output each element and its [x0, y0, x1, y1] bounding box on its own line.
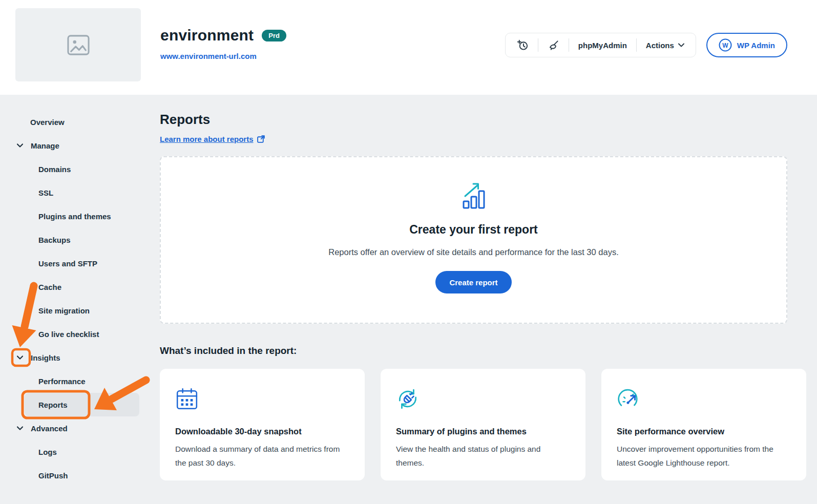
- learn-more-label: Learn more about reports: [160, 135, 254, 143]
- wp-admin-button[interactable]: W WP Admin: [706, 33, 787, 57]
- environment-thumbnail: [15, 8, 141, 81]
- sidebar-item-cache[interactable]: Cache: [25, 275, 139, 299]
- sidebar-item-label: Users and SFTP: [38, 259, 97, 268]
- image-placeholder-icon: [67, 34, 90, 56]
- sidebar-item-label: Plugins and themes: [38, 212, 111, 221]
- chevron-down-icon[interactable]: [17, 426, 23, 430]
- sidebar-group-label: Manage: [31, 141, 59, 150]
- card-plugins-summary: Summary of plugins and themes View the h…: [381, 369, 585, 480]
- sidebar-group-insights[interactable]: Insights: [0, 346, 149, 369]
- empty-state-heading: Create your first report: [409, 223, 538, 237]
- sidebar-item-label: Backups: [38, 236, 71, 244]
- actions-dropdown[interactable]: Actions: [637, 33, 694, 57]
- sidebar-item-label: GitPush: [38, 471, 68, 480]
- sidebar-item-reports[interactable]: Reports: [25, 393, 139, 416]
- sidebar-item-users-and-sftp[interactable]: Users and SFTP: [25, 251, 139, 275]
- learn-more-link[interactable]: Learn more about reports: [160, 135, 265, 143]
- sidebar-item-gitpush[interactable]: GitPush: [25, 464, 139, 487]
- wordpress-logo-icon: W: [719, 38, 732, 52]
- environment-info: environment Prd www.environment-url.com: [160, 27, 286, 61]
- sidebar-item-label: Overview: [30, 118, 65, 127]
- environment-name: environment: [160, 27, 254, 44]
- main-content: Reports Learn more about reports Create …: [160, 95, 787, 480]
- sidebar-item-performance[interactable]: Performance: [25, 369, 139, 393]
- sidebar-item-ssl[interactable]: SSL: [25, 181, 139, 204]
- sidebar-item-overview[interactable]: Overview: [0, 110, 149, 134]
- empty-state-card: Create your first report Reports offer a…: [160, 156, 787, 324]
- sidebar-item-label: Performance: [38, 377, 86, 386]
- header: environment Prd www.environment-url.com: [0, 0, 817, 95]
- environment-badge: Prd: [262, 30, 286, 41]
- sidebar-item-label: Reports: [38, 401, 68, 409]
- sidebar-item-label: Domains: [38, 165, 71, 174]
- clock-plus-icon: [517, 39, 529, 51]
- environment-url-link[interactable]: www.environment-url.com: [160, 52, 257, 60]
- sidebar-item-label: Cache: [38, 283, 61, 291]
- card-description: View the health and status of plugins an…: [396, 442, 570, 470]
- sidebar-item-label: Logs: [38, 448, 57, 456]
- external-link-icon: [257, 135, 265, 143]
- chevron-down-icon: [678, 43, 684, 47]
- wp-admin-label: WP Admin: [737, 41, 775, 50]
- sidebar-group-label: Advanced: [31, 424, 68, 433]
- calendar-icon: [175, 387, 199, 411]
- create-report-button[interactable]: Create report: [435, 271, 511, 293]
- chevron-down-icon[interactable]: [17, 143, 23, 148]
- plugins-sync-icon: [396, 387, 420, 411]
- sidebar: Overview Manage Domains SSL Plugins and …: [0, 95, 149, 504]
- broom-icon: [548, 39, 559, 51]
- sidebar-item-label: SSL: [38, 188, 53, 197]
- sidebar-item-backups[interactable]: Backups: [25, 228, 139, 251]
- sidebar-item-logs[interactable]: Logs: [25, 440, 139, 464]
- page-title: Reports: [160, 112, 787, 128]
- included-cards: Downloadable 30-day snapshot Download a …: [160, 369, 787, 480]
- sidebar-group-advanced[interactable]: Advanced: [0, 416, 149, 440]
- actions-label: Actions: [646, 41, 674, 50]
- card-downloadable-snapshot: Downloadable 30-day snapshot Download a …: [160, 369, 365, 480]
- sidebar-item-plugins-and-themes[interactable]: Plugins and themes: [25, 204, 139, 228]
- backup-history-button[interactable]: [508, 33, 538, 57]
- card-title: Site performance overview: [617, 427, 791, 436]
- sidebar-item-go-live-checklist[interactable]: Go live checklist: [25, 322, 139, 346]
- sidebar-group-label: Insights: [31, 353, 60, 362]
- card-title: Downloadable 30-day snapshot: [175, 427, 349, 436]
- empty-state-description: Reports offer an overview of site detail…: [328, 247, 619, 257]
- phpmyadmin-label: phpMyAdmin: [578, 41, 627, 50]
- card-description: Uncover improvement opportunities from t…: [617, 442, 791, 470]
- sidebar-item-domains[interactable]: Domains: [25, 157, 139, 181]
- bar-chart-growth-icon: [458, 181, 490, 211]
- card-title: Summary of plugins and themes: [396, 427, 570, 436]
- clear-cache-button[interactable]: [538, 33, 569, 57]
- speedometer-icon: [617, 387, 640, 411]
- card-description: Download a summary of data and metrics f…: [175, 442, 349, 470]
- svg-text:W: W: [722, 42, 728, 49]
- included-section-heading: What’s included in the report:: [160, 345, 787, 356]
- card-performance-overview: Site performance overview Uncover improv…: [601, 369, 806, 480]
- sidebar-item-label: Go live checklist: [38, 330, 99, 339]
- sidebar-item-site-migration[interactable]: Site migration: [25, 299, 139, 322]
- sidebar-group-manage[interactable]: Manage: [0, 134, 149, 157]
- phpmyadmin-button[interactable]: phpMyAdmin: [569, 33, 636, 57]
- chevron-down-icon[interactable]: [17, 355, 23, 360]
- sidebar-item-label: Site migration: [38, 306, 90, 315]
- environment-toolbar: phpMyAdmin Actions: [505, 33, 696, 57]
- header-actions: phpMyAdmin Actions W WP Admin: [505, 33, 787, 57]
